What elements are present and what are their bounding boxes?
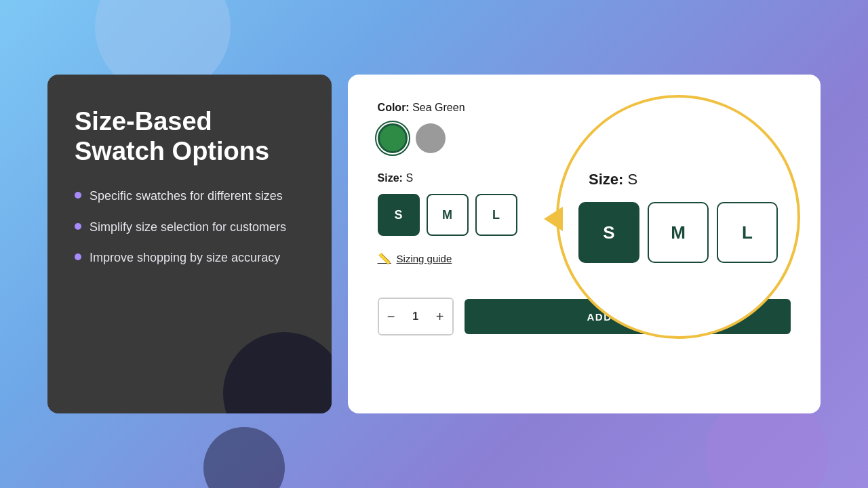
feature-list: Specific swatches for different sizes Si…	[75, 188, 304, 266]
bg-decoration-bottom-left	[203, 427, 285, 488]
swatch-gray[interactable]	[416, 123, 446, 153]
size-button-s[interactable]: S	[378, 194, 420, 236]
zoom-size-value: S	[627, 171, 637, 188]
feature-text-3: Improve shopping by size accuracy	[90, 249, 280, 266]
left-panel: Size-BasedSwatch Options Specific swatch…	[47, 75, 332, 413]
color-label-text: Color:	[378, 102, 410, 113]
sizing-guide-label: Sizing guide	[397, 253, 452, 264]
quantity-control: − 1 +	[378, 298, 454, 336]
quantity-decrease-button[interactable]: −	[379, 299, 403, 334]
bullet-icon-1	[75, 192, 81, 199]
zoom-size-button-s[interactable]: S	[578, 202, 639, 263]
size-button-l[interactable]: L	[475, 194, 517, 236]
size-button-m[interactable]: M	[427, 194, 469, 236]
right-panel: Color: Sea Green Size: S S M L 📏 Sizing …	[348, 75, 821, 413]
size-value-text: S	[406, 172, 413, 184]
zoom-size-buttons: S M L	[578, 202, 778, 263]
feature-item-3: Improve shopping by size accuracy	[75, 249, 304, 266]
size-label-text: Size:	[378, 172, 403, 184]
zoom-size-label-text: Size:	[589, 171, 623, 188]
feature-item-2: Simplify size selection for customers	[75, 219, 304, 236]
zoom-size-button-m[interactable]: M	[648, 202, 709, 263]
zoom-size-label: Size: S	[559, 171, 637, 188]
bullet-icon-2	[75, 223, 81, 230]
feature-text-2: Simplify size selection for customers	[90, 219, 286, 236]
color-value-text: Sea Green	[412, 102, 465, 113]
zoom-circle: Size: S S M L	[556, 95, 800, 339]
quantity-increase-button[interactable]: +	[428, 299, 452, 334]
zoom-size-button-l[interactable]: L	[717, 202, 778, 263]
ruler-icon: 📏	[378, 252, 391, 265]
quantity-value: 1	[403, 310, 428, 323]
feature-item-1: Specific swatches for different sizes	[75, 188, 304, 205]
feature-text-1: Specific swatches for different sizes	[90, 188, 283, 205]
main-layout: Size-BasedSwatch Options Specific swatch…	[47, 75, 821, 413]
bullet-icon-3	[75, 253, 81, 260]
zoom-arrow-icon	[544, 207, 563, 231]
swatch-sea-green[interactable]	[378, 123, 408, 153]
left-panel-title: Size-BasedSwatch Options	[75, 107, 304, 166]
